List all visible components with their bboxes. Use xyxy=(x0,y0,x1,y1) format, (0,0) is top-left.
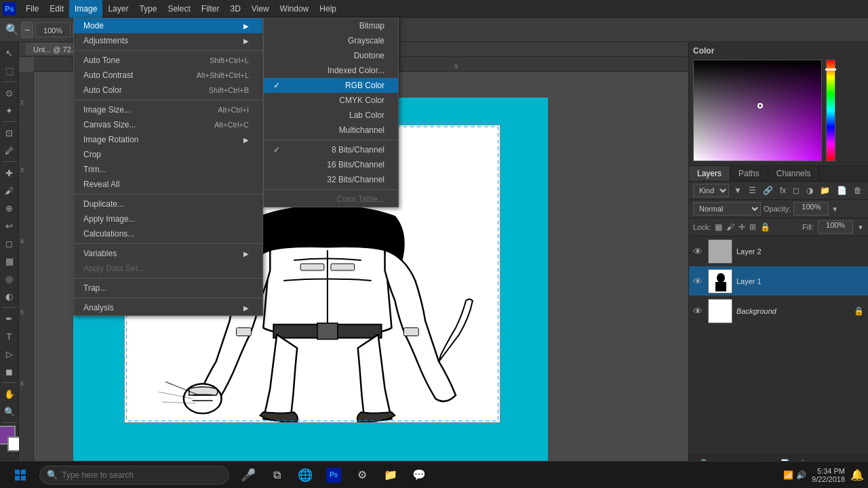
mode-32bit[interactable]: 32 Bits/Channel xyxy=(264,172,398,187)
lasso-tool[interactable]: ⊙ xyxy=(1,85,18,101)
blur-tool[interactable]: ◎ xyxy=(1,270,18,287)
layer-visibility-toggle[interactable]: 👁 xyxy=(693,306,704,317)
lock-position-icon[interactable]: ✛ xyxy=(738,222,745,232)
layer-row[interactable]: 👁 Layer 1 xyxy=(689,266,868,296)
mode-grayscale[interactable]: Grayscale xyxy=(264,33,398,48)
tab-channels[interactable]: Channels xyxy=(768,166,820,181)
menu-item-adjustments[interactable]: Adjustments ▶ xyxy=(74,33,262,48)
taskbar-ps-btn[interactable]: Ps xyxy=(320,463,347,487)
layer-new-icon[interactable]: 📄 xyxy=(835,184,849,197)
menu-item-image-size[interactable]: Image Size... Alt+Ctrl+I xyxy=(74,102,262,117)
crop-tool[interactable]: ⊡ xyxy=(1,125,18,141)
hand-tool[interactable]: ✋ xyxy=(1,386,18,402)
zoom-tool-icon[interactable]: 🔍 xyxy=(5,23,19,36)
taskbar-discord-btn[interactable]: 💬 xyxy=(406,463,433,487)
brush-tool[interactable]: 🖌 xyxy=(1,182,18,199)
lock-transparent-icon[interactable]: ▦ xyxy=(715,222,722,232)
taskbar-task-view-btn[interactable]: ⧉ xyxy=(263,463,290,487)
stamp-tool[interactable]: ⊕ xyxy=(1,200,18,216)
mode-16bit[interactable]: 16 Bits/Channel xyxy=(264,157,398,172)
menu-select[interactable]: Select xyxy=(162,0,195,18)
text-tool[interactable]: T xyxy=(1,328,18,344)
menu-help[interactable]: Help xyxy=(314,0,342,18)
filter-icon[interactable]: ▼ xyxy=(732,184,744,197)
history-brush-tool[interactable]: ↩ xyxy=(1,218,18,234)
menu-edit[interactable]: Edit xyxy=(44,0,69,18)
eyedropper-tool[interactable]: 🖉 xyxy=(1,142,18,159)
menu-image[interactable]: Image xyxy=(69,0,102,18)
layer-row[interactable]: 👁 Layer 2 xyxy=(689,237,868,266)
volume-icon[interactable]: 🔊 xyxy=(796,470,806,480)
opacity-arrow[interactable]: ▼ xyxy=(831,205,838,213)
taskbar-files-btn[interactable]: 📁 xyxy=(377,463,404,487)
lock-artboard-icon[interactable]: ⊞ xyxy=(749,222,756,232)
opacity-value[interactable]: 100% xyxy=(793,202,829,216)
lock-all-icon[interactable]: 🔒 xyxy=(760,222,770,232)
mode-rgb-color[interactable]: ✓ RGB Color xyxy=(264,78,398,93)
menu-item-auto-tone[interactable]: Auto Tone Shift+Ctrl+L xyxy=(74,53,262,68)
mode-8bit[interactable]: ✓ 8 Bits/Channel xyxy=(264,142,398,157)
mode-bitmap[interactable]: Bitmap xyxy=(264,18,398,33)
menu-item-auto-contrast[interactable]: Auto Contrast Alt+Shift+Ctrl+L xyxy=(74,68,262,83)
pen-tool[interactable]: ✒ xyxy=(1,310,18,327)
menu-item-apply-image[interactable]: Apply Image... xyxy=(74,211,262,226)
start-button[interactable] xyxy=(4,464,37,486)
taskbar-settings-btn[interactable]: ⚙ xyxy=(349,463,376,487)
tab-layers[interactable]: Layers xyxy=(689,166,730,181)
menu-item-image-rotation[interactable]: Image Rotation ▶ xyxy=(74,132,262,147)
menu-item-duplicate[interactable]: Duplicate... xyxy=(74,197,262,211)
gradient-tool[interactable]: ▦ xyxy=(1,253,18,269)
menu-item-calculations[interactable]: Calculations... xyxy=(74,226,262,241)
menu-item-variables[interactable]: Variables ▶ xyxy=(74,246,262,261)
shape-tool[interactable]: ◼ xyxy=(1,363,18,380)
layer-options-icon[interactable]: ☰ xyxy=(747,184,758,197)
menu-item-crop[interactable]: Crop xyxy=(74,147,262,162)
color-gradient[interactable] xyxy=(693,60,822,161)
menu-item-trim[interactable]: Trim... xyxy=(74,162,262,177)
dodge-tool[interactable]: ◐ xyxy=(1,288,18,304)
layer-link-icon[interactable]: 🔗 xyxy=(761,184,775,197)
mode-duotone[interactable]: Duotone xyxy=(264,48,398,63)
tab-paths[interactable]: Paths xyxy=(730,166,768,181)
layer-delete-icon[interactable]: 🗑 xyxy=(852,184,864,197)
menu-file[interactable]: File xyxy=(20,0,44,18)
layer-group-icon[interactable]: 📁 xyxy=(818,184,832,197)
zoom-tool[interactable]: 🔍 xyxy=(1,403,18,420)
layer-fx-icon[interactable]: fx xyxy=(778,184,788,197)
layer-kind-filter[interactable]: Kind xyxy=(693,184,729,197)
menu-layer[interactable]: Layer xyxy=(102,0,134,18)
lock-brush-icon[interactable]: 🖌 xyxy=(726,222,734,232)
notification-btn[interactable]: 🔔 xyxy=(850,468,864,481)
taskbar-clock[interactable]: 5:34 PM 9/22/2018 xyxy=(812,467,845,483)
menu-item-reveal-all[interactable]: Reveal All xyxy=(74,177,262,192)
taskbar-cortana-btn[interactable]: 🎤 xyxy=(235,463,262,487)
magic-wand-tool[interactable]: ✦ xyxy=(1,102,18,119)
taskbar-chrome-btn[interactable]: 🌐 xyxy=(292,463,319,487)
menu-3d[interactable]: 3D xyxy=(224,0,245,18)
taskbar-search[interactable]: 🔍 xyxy=(39,466,229,485)
select-tool[interactable]: ⬚ xyxy=(1,62,18,79)
network-icon[interactable]: 📶 xyxy=(783,470,793,480)
menu-item-mode[interactable]: Mode ▶ xyxy=(74,18,262,33)
menu-filter[interactable]: Filter xyxy=(196,0,225,18)
layer-adjustment-icon[interactable]: ◑ xyxy=(804,184,815,197)
menu-window[interactable]: Window xyxy=(275,0,315,18)
healing-tool[interactable]: ✚ xyxy=(1,165,18,181)
menu-item-auto-color[interactable]: Auto Color Shift+Ctrl+B xyxy=(74,83,262,98)
menu-item-analysis[interactable]: Analysis ▶ xyxy=(74,300,262,315)
mode-multichannel[interactable]: Multichannel xyxy=(264,123,398,138)
layer-mask-icon[interactable]: ◻ xyxy=(791,184,802,197)
taskbar-search-input[interactable] xyxy=(62,470,222,480)
menu-type[interactable]: Type xyxy=(134,0,162,18)
menu-item-canvas-size[interactable]: Canvas Size... Alt+Ctrl+C xyxy=(74,117,262,132)
mode-cmyk-color[interactable]: CMYK Color xyxy=(264,93,398,108)
layer-visibility-toggle[interactable]: 👁 xyxy=(693,246,704,257)
zoom-out-btn[interactable]: − xyxy=(21,22,33,38)
menu-view[interactable]: View xyxy=(246,0,275,18)
menu-item-trap[interactable]: Trap... xyxy=(74,281,262,296)
eraser-tool[interactable]: ◻ xyxy=(1,235,18,251)
layer-visibility-toggle[interactable]: 👁 xyxy=(693,276,704,287)
path-select-tool[interactable]: ▷ xyxy=(1,346,18,362)
blend-mode-select[interactable]: Normal Multiply Screen xyxy=(693,202,761,216)
layer-row[interactable]: 👁 Background 🔒 xyxy=(689,296,868,326)
